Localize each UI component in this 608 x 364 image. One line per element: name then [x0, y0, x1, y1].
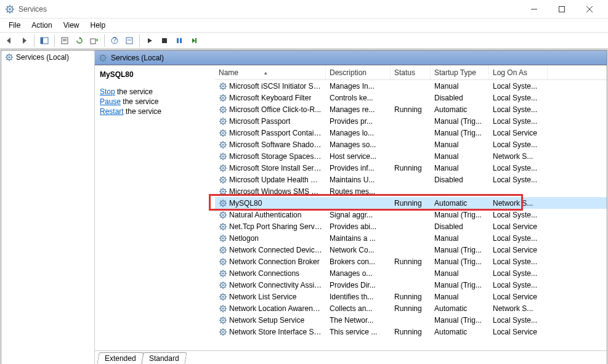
service-row[interactable]: Microsoft Update Health Se...Maintains U…: [215, 174, 607, 185]
service-row[interactable]: Network Setup ServiceThe Networ...Manual…: [215, 314, 607, 326]
col-header-startup[interactable]: Startup Type: [431, 65, 489, 79]
menu-view[interactable]: View: [59, 20, 84, 31]
service-name-cell: Microsoft Update Health Se...: [229, 176, 322, 184]
service-logon-cell: Local Service: [489, 246, 548, 254]
service-name-cell: Network Connected Device...: [229, 246, 322, 254]
start-service-button[interactable]: [143, 34, 156, 47]
svg-rect-15: [41, 38, 43, 44]
service-name-cell: Microsoft iSCSI Initiator Ser...: [229, 82, 322, 91]
menu-help[interactable]: Help: [86, 20, 111, 31]
service-row[interactable]: Microsoft Passport ContainerManages lo..…: [215, 127, 607, 139]
service-name-cell: Microsoft Passport: [229, 117, 290, 126]
service-row[interactable]: Microsoft Office Click-to-R...Manages re…: [215, 103, 607, 115]
service-row[interactable]: Microsoft Keyboard FilterControls ke...D…: [215, 92, 607, 103]
help-button[interactable]: ?: [108, 34, 121, 47]
service-logon-cell: Local Service: [489, 129, 548, 137]
service-row[interactable]: Natural AuthenticationSignal aggr...Manu…: [215, 209, 607, 220]
list-rows[interactable]: Microsoft iSCSI Initiator Ser...Manages …: [215, 80, 607, 350]
stop-service-button[interactable]: [158, 34, 171, 47]
service-startup-cell: Manual: [431, 164, 489, 172]
service-desc-cell: Manages lo...: [326, 129, 391, 137]
pause-service-button[interactable]: [172, 34, 186, 47]
service-row[interactable]: Microsoft Store Install ServiceProvides …: [215, 162, 607, 174]
detail-panel: MySQL80 Stop the service Pause the servi…: [95, 65, 215, 350]
service-startup-cell: Manual: [431, 269, 489, 278]
svg-rect-19: [91, 39, 95, 44]
service-desc-cell: Signal aggr...: [326, 211, 391, 219]
service-row[interactable]: Microsoft PassportProvides pr...Manual (…: [215, 115, 607, 127]
svg-rect-22: [126, 38, 132, 44]
stop-service-link[interactable]: Stop: [100, 87, 115, 96]
toolbar: ?: [0, 32, 608, 49]
close-button[interactable]: [575, 1, 603, 18]
pause-service-link[interactable]: Pause: [100, 97, 121, 106]
tab-extended[interactable]: Extended: [97, 352, 144, 364]
service-startup-cell: Manual: [431, 140, 489, 149]
service-row[interactable]: Network ConnectionsManages o...ManualLoc…: [215, 267, 607, 279]
back-button[interactable]: [2, 34, 16, 47]
service-row[interactable]: Microsoft Software Shadow...Manages so..…: [215, 139, 607, 150]
service-startup-cell: Manual (Trig...: [431, 257, 489, 266]
service-name-cell: Microsoft Store Install Service: [229, 164, 322, 172]
service-name-cell: MySQL80: [229, 199, 262, 208]
show-hide-action-button[interactable]: [123, 34, 136, 47]
service-name-cell: Microsoft Office Click-to-R...: [229, 105, 321, 114]
service-row[interactable]: MySQL80RunningAutomaticNetwork S...: [215, 197, 607, 209]
service-row[interactable]: NetlogonMaintains a ...ManualLocal Syste…: [215, 232, 607, 244]
list-header: Name ▴ Description Status Startup Type L…: [215, 65, 607, 80]
svg-text:?: ?: [113, 37, 117, 44]
export-button[interactable]: [87, 34, 101, 47]
service-row[interactable]: Microsoft iSCSI Initiator Ser...Manages …: [215, 80, 607, 92]
pane-header-title: Services (Local): [111, 54, 164, 62]
menubar: File Action View Help: [0, 18, 608, 32]
col-header-name[interactable]: Name ▴: [215, 65, 326, 79]
minimize-button[interactable]: [520, 1, 548, 18]
service-row[interactable]: Network Connection BrokerBrokers con...R…: [215, 256, 607, 267]
service-icon: [219, 328, 227, 336]
service-logon-cell: Local Syste...: [489, 234, 548, 243]
service-name-cell: Network Connections: [229, 269, 299, 278]
service-row[interactable]: Microsoft Storage Spaces S...Host servic…: [215, 150, 607, 162]
service-desc-cell: Maintains a ...: [326, 234, 391, 243]
service-row[interactable]: Network Connected Device...Network Co...…: [215, 244, 607, 256]
service-desc-cell: The Networ...: [326, 316, 391, 325]
service-logon-cell: Local Syste...: [489, 82, 548, 91]
service-row[interactable]: Network Location AwarenessCollects an...…: [215, 302, 607, 314]
service-row[interactable]: Network Connectivity Assis...Provides Di…: [215, 279, 607, 291]
svg-rect-27: [195, 38, 197, 43]
col-header-logon[interactable]: Log On As: [489, 65, 548, 79]
service-logon-cell: Local Syste...: [489, 94, 548, 102]
service-row[interactable]: Network Store Interface Ser...This servi…: [215, 326, 607, 338]
service-logon-cell: Local Syste...: [489, 269, 548, 278]
restart-service-link[interactable]: Restart: [100, 107, 124, 116]
menu-file[interactable]: File: [4, 20, 25, 31]
window-title: Services: [18, 5, 520, 14]
maximize-button[interactable]: [548, 1, 575, 18]
restart-service-button[interactable]: [187, 34, 201, 47]
svg-rect-11: [559, 6, 564, 12]
pause-service-line: Pause the service: [100, 97, 210, 106]
titlebar: Services: [0, 0, 608, 18]
service-row[interactable]: Network List ServiceIdentifies th...Runn…: [215, 291, 607, 302]
service-startup-cell: Manual (Trig...: [431, 316, 489, 325]
show-hide-tree-button[interactable]: [38, 34, 51, 47]
service-desc-cell: Network Co...: [326, 246, 391, 254]
service-icon: [219, 164, 227, 172]
forward-button[interactable]: [17, 34, 31, 47]
col-header-description[interactable]: Description: [326, 65, 391, 79]
service-desc-cell: Provides pr...: [326, 117, 391, 126]
service-row[interactable]: Net.Tcp Port Sharing ServiceProvides abi…: [215, 220, 607, 232]
service-icon: [219, 187, 227, 196]
tree-node-services-local[interactable]: Services (Local): [2, 52, 93, 63]
pane-header: Services (Local): [95, 51, 607, 65]
col-header-status[interactable]: Status: [391, 65, 431, 79]
tab-standard[interactable]: Standard: [141, 352, 187, 364]
properties-button[interactable]: [58, 34, 71, 47]
service-name-cell: Natural Authentication: [229, 211, 301, 219]
service-name-cell: Netlogon: [229, 234, 259, 243]
service-desc-cell: Manages o...: [326, 269, 391, 278]
service-name-cell: Network Setup Service: [229, 316, 304, 325]
service-row[interactable]: Microsoft Windows SMS Ro...Routes mes...: [215, 185, 607, 197]
refresh-button[interactable]: [73, 34, 86, 47]
menu-action[interactable]: Action: [26, 20, 57, 31]
